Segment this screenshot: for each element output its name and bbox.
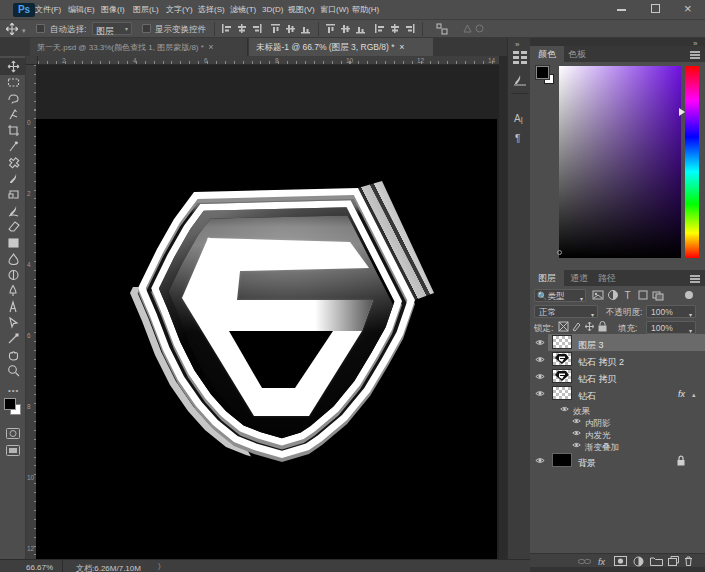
- svg-text:T: T: [625, 290, 631, 301]
